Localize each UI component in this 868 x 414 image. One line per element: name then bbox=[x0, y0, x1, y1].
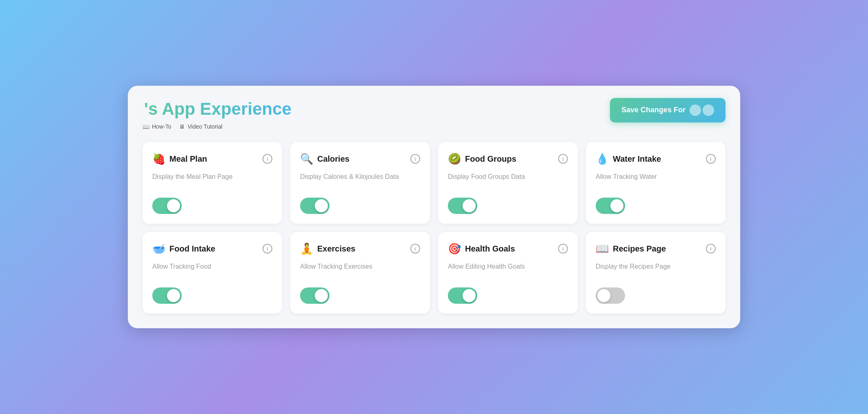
recipes-page-toggle-slider bbox=[596, 287, 625, 304]
how-to-label: How-To bbox=[152, 123, 171, 130]
recipes-page-description: Display the Recipes Page bbox=[596, 262, 716, 283]
health-goals-toggle[interactable] bbox=[448, 287, 477, 304]
calories-icon: 🔍 bbox=[300, 154, 313, 164]
video-tutorial-label: Video Tutorial bbox=[187, 123, 222, 130]
card-title-area-food-groups: 🥝 Food Groups bbox=[448, 154, 516, 164]
card-title-area-meal-plan: 🍓 Meal Plan bbox=[152, 154, 207, 164]
food-intake-toggle-container bbox=[152, 287, 272, 304]
meal-plan-toggle[interactable] bbox=[152, 198, 182, 214]
cards-grid: 🍓 Meal Plan i Display the Meal Plan Page… bbox=[142, 142, 726, 314]
calories-toggle-slider bbox=[300, 198, 329, 214]
card-header-food-intake: 🥣 Food Intake i bbox=[152, 243, 272, 254]
card-food-intake: 🥣 Food Intake i Allow Tracking Food bbox=[142, 232, 282, 314]
exercises-icon: 🧘 bbox=[300, 243, 313, 254]
calories-toggle[interactable] bbox=[300, 198, 329, 214]
how-to-link[interactable]: 📖 How-To bbox=[142, 123, 171, 130]
header-area: 's App Experience 📖 How-To 🖥 Video Tutor… bbox=[142, 98, 726, 130]
food-intake-title: Food Intake bbox=[169, 244, 215, 254]
food-intake-icon: 🥣 bbox=[152, 243, 165, 254]
exercises-title: Exercises bbox=[317, 244, 355, 254]
health-goals-title: Health Goals bbox=[465, 244, 515, 254]
food-intake-toggle-slider bbox=[152, 287, 182, 304]
food-groups-toggle-slider bbox=[448, 198, 477, 214]
food-intake-description: Allow Tracking Food bbox=[152, 262, 272, 283]
card-exercises: 🧘 Exercises i Allow Tracking Exercises bbox=[290, 232, 430, 314]
card-water-intake: 💧 Water Intake i Allow Tracking Water bbox=[586, 142, 726, 224]
exercises-toggle-container bbox=[300, 287, 420, 304]
calories-info-icon[interactable]: i bbox=[410, 154, 420, 164]
food-groups-toggle-container bbox=[448, 198, 568, 214]
calories-title: Calories bbox=[317, 154, 349, 164]
meal-plan-toggle-container bbox=[152, 198, 272, 214]
meal-plan-icon: 🍓 bbox=[152, 154, 165, 164]
recipes-page-toggle[interactable] bbox=[596, 287, 625, 304]
health-goals-toggle-slider bbox=[448, 287, 477, 304]
food-groups-icon: 🥝 bbox=[448, 154, 461, 164]
card-meal-plan: 🍓 Meal Plan i Display the Meal Plan Page bbox=[142, 142, 282, 224]
card-food-groups: 🥝 Food Groups i Display Food Groups Data bbox=[438, 142, 578, 224]
meal-plan-description: Display the Meal Plan Page bbox=[152, 172, 272, 194]
water-intake-toggle-container bbox=[596, 198, 716, 214]
save-changes-label: Save Changes For bbox=[621, 106, 685, 114]
recipes-page-icon: 📖 bbox=[596, 243, 609, 254]
food-groups-title: Food Groups bbox=[465, 154, 516, 164]
header-right: Save Changes For bbox=[610, 98, 726, 122]
video-tutorial-link[interactable]: 🖥 Video Tutorial bbox=[179, 123, 222, 130]
card-header-meal-plan: 🍓 Meal Plan i bbox=[152, 154, 272, 164]
monitor-icon: 🖥 bbox=[179, 123, 185, 130]
meal-plan-title: Meal Plan bbox=[169, 154, 207, 164]
meal-plan-info-icon[interactable]: i bbox=[263, 154, 272, 164]
calories-description: Display Calories & Kilojoules Data bbox=[300, 172, 420, 194]
food-groups-toggle[interactable] bbox=[448, 198, 477, 214]
exercises-description: Allow Tracking Exercises bbox=[300, 262, 420, 283]
recipes-page-title: Recipes Page bbox=[613, 244, 666, 254]
card-title-area-food-intake: 🥣 Food Intake bbox=[152, 243, 215, 254]
card-header-recipes-page: 📖 Recipes Page i bbox=[596, 243, 716, 254]
save-button-avatars bbox=[690, 105, 714, 116]
card-calories: 🔍 Calories i Display Calories & Kilojoul… bbox=[290, 142, 430, 224]
card-header-health-goals: 🎯 Health Goals i bbox=[448, 243, 568, 254]
water-intake-toggle[interactable] bbox=[596, 198, 625, 214]
water-intake-toggle-slider bbox=[596, 198, 625, 214]
exercises-info-icon[interactable]: i bbox=[410, 244, 420, 254]
card-health-goals: 🎯 Health Goals i Allow Editing Health Go… bbox=[438, 232, 578, 314]
recipes-page-info-icon[interactable]: i bbox=[706, 244, 716, 254]
nav-links: 📖 How-To 🖥 Video Tutorial bbox=[142, 123, 296, 130]
food-groups-info-icon[interactable]: i bbox=[558, 154, 568, 164]
book-icon: 📖 bbox=[142, 123, 149, 130]
avatar-2 bbox=[703, 105, 714, 116]
food-groups-description: Display Food Groups Data bbox=[448, 172, 568, 194]
main-container: 's App Experience 📖 How-To 🖥 Video Tutor… bbox=[128, 86, 740, 328]
app-title: 's App Experience bbox=[142, 98, 296, 120]
card-title-area-calories: 🔍 Calories bbox=[300, 154, 349, 164]
recipes-page-toggle-container bbox=[596, 287, 716, 304]
avatar-1 bbox=[690, 105, 701, 116]
app-title-text: 's App Experience bbox=[142, 98, 296, 120]
card-header-calories: 🔍 Calories i bbox=[300, 154, 420, 164]
health-goals-icon: 🎯 bbox=[448, 243, 461, 254]
water-intake-title: Water Intake bbox=[613, 154, 661, 164]
card-title-area-exercises: 🧘 Exercises bbox=[300, 243, 355, 254]
health-goals-info-icon[interactable]: i bbox=[558, 244, 568, 254]
food-intake-info-icon[interactable]: i bbox=[263, 244, 272, 254]
card-header-food-groups: 🥝 Food Groups i bbox=[448, 154, 568, 164]
header-left: 's App Experience 📖 How-To 🖥 Video Tutor… bbox=[142, 98, 296, 130]
health-goals-description: Allow Editing Health Goals bbox=[448, 262, 568, 283]
health-goals-toggle-container bbox=[448, 287, 568, 304]
water-intake-info-icon[interactable]: i bbox=[706, 154, 716, 164]
card-header-water-intake: 💧 Water Intake i bbox=[596, 154, 716, 164]
card-title-area-water-intake: 💧 Water Intake bbox=[596, 154, 661, 164]
food-intake-toggle[interactable] bbox=[152, 287, 182, 304]
calories-toggle-container bbox=[300, 198, 420, 214]
exercises-toggle[interactable] bbox=[300, 287, 329, 304]
card-recipes-page: 📖 Recipes Page i Display the Recipes Pag… bbox=[586, 232, 726, 314]
water-intake-icon: 💧 bbox=[596, 154, 609, 164]
water-intake-description: Allow Tracking Water bbox=[596, 172, 716, 194]
save-changes-button[interactable]: Save Changes For bbox=[610, 98, 726, 122]
card-title-area-health-goals: 🎯 Health Goals bbox=[448, 243, 515, 254]
card-header-exercises: 🧘 Exercises i bbox=[300, 243, 420, 254]
card-title-area-recipes-page: 📖 Recipes Page bbox=[596, 243, 666, 254]
exercises-toggle-slider bbox=[300, 287, 329, 304]
meal-plan-toggle-slider bbox=[152, 198, 182, 214]
